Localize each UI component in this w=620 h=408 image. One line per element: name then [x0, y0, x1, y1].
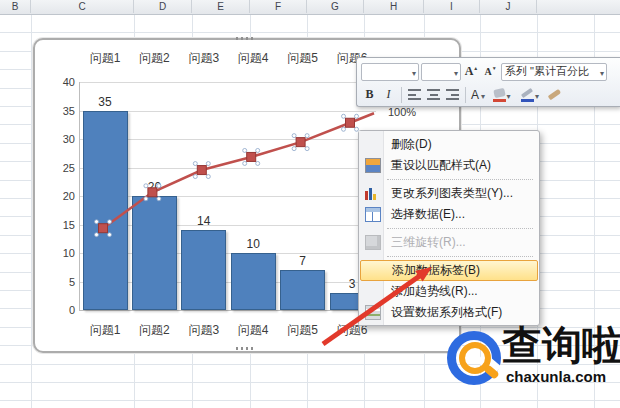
outline-color-swatch: [521, 99, 534, 102]
y-axis-tick-label: 35: [45, 105, 75, 117]
y-axis-line: [79, 82, 80, 310]
fill-color-button[interactable]: [490, 86, 516, 104]
menu-item-添加数据标签B[interactable]: 添加数据标签(B): [360, 260, 538, 281]
bar-问题5[interactable]: [280, 270, 325, 310]
shrink-font-button[interactable]: A: [482, 63, 499, 81]
y-axis-tick-label: 25: [45, 162, 75, 174]
x-axis-line: [79, 310, 376, 311]
grow-font-glyph: A: [465, 64, 474, 79]
secondary-axis-label: 100%: [388, 106, 416, 118]
y-axis-tick-label: 30: [45, 133, 75, 145]
menu-item-设置数据系列格式F[interactable]: 设置数据系列格式(F): [360, 302, 538, 323]
bottom-category-label: 问题2: [130, 322, 179, 339]
bar-data-label: 20: [130, 180, 179, 194]
font-color-icon: A: [471, 88, 479, 102]
align-right-icon: [446, 89, 459, 100]
shrink-font-glyph: A: [484, 66, 491, 77]
reset-style-icon: [365, 158, 381, 173]
rotation-3d-icon: [365, 235, 381, 250]
column-header-F[interactable]: F: [250, 0, 307, 13]
y-axis-tick-label: 20: [45, 190, 75, 202]
bottom-category-label: 问题5: [278, 322, 327, 339]
bar-data-label: 7: [278, 254, 327, 268]
change-chart-type-icon: [365, 187, 379, 200]
menu-item-三维旋转R[interactable]: 三维旋转(R)...: [360, 232, 538, 253]
top-category-label: 问题2: [130, 50, 179, 67]
column-header-I[interactable]: I: [424, 0, 480, 13]
align-left-icon: [408, 89, 421, 100]
menu-item-选择数据E[interactable]: 选择数据(E)...: [360, 204, 538, 225]
column-header-H[interactable]: H: [364, 0, 424, 13]
context-menu: 删除(D)重设以匹配样式(A)更改系列图表类型(Y)...选择数据(E)...三…: [358, 130, 540, 326]
bold-glyph: B: [365, 87, 373, 102]
bar-问题2[interactable]: [132, 196, 177, 310]
outline-color-button[interactable]: [518, 86, 544, 104]
pen-icon: [521, 87, 533, 97]
menu-item-更改系列图表类型Y[interactable]: 更改系列图表类型(Y)...: [360, 183, 538, 204]
top-category-label: 问题1: [81, 50, 130, 67]
font-name-dropdown[interactable]: [361, 63, 419, 81]
top-category-label: 问题4: [229, 50, 278, 67]
font-size-dropdown[interactable]: [421, 63, 461, 81]
arrow-down-icon: [492, 65, 497, 79]
bar-问题4[interactable]: [231, 253, 276, 310]
format-painter-button[interactable]: [546, 86, 563, 104]
y-axis-tick-label: 40: [45, 76, 75, 88]
chart-resize-handle-bottom[interactable]: [236, 347, 253, 350]
align-left-button[interactable]: [406, 86, 423, 104]
menu-separator: [387, 228, 533, 229]
arrow-up-icon: [473, 65, 478, 79]
grow-font-button[interactable]: A: [463, 63, 480, 81]
align-center-button[interactable]: [425, 86, 442, 104]
italic-glyph: I: [387, 87, 391, 102]
grid-vline: [31, 15, 32, 408]
menu-item-label: 添加数据标签(B): [361, 262, 480, 279]
column-header-J[interactable]: J: [480, 0, 537, 13]
chart-element-dropdown[interactable]: 系列 "累计百分比: [501, 63, 607, 81]
paint-bucket-icon: [493, 88, 505, 98]
menu-separator: [387, 256, 533, 257]
brush-icon: [548, 89, 562, 101]
column-header-bar: BCDEFGHIJ: [0, 0, 620, 15]
italic-button[interactable]: I: [380, 86, 397, 104]
bold-button[interactable]: B: [361, 86, 378, 104]
menu-item-label: 更改系列图表类型(Y)...: [360, 185, 513, 202]
column-header-C[interactable]: C: [31, 0, 134, 13]
chart-gridline: [79, 82, 376, 83]
y-axis-tick-label: 15: [45, 219, 75, 231]
format-series-icon: [365, 305, 381, 320]
bar-问题3[interactable]: [181, 230, 226, 310]
bottom-category-label: 问题3: [179, 322, 228, 339]
menu-item-重设以匹配样式A[interactable]: 重设以匹配样式(A): [360, 155, 538, 176]
y-axis-tick-label: 0: [45, 304, 75, 316]
chart-resize-handle-top[interactable]: [236, 37, 253, 40]
column-header-D[interactable]: D: [134, 0, 192, 13]
menu-item-label: 删除(D): [360, 136, 432, 153]
align-right-button[interactable]: [444, 86, 461, 104]
bar-问题1[interactable]: [83, 111, 128, 311]
font-color-button[interactable]: A: [470, 86, 488, 104]
mini-toolbar: A A 系列 "累计百分比 B I A: [356, 57, 620, 107]
toolbar-separator: [401, 87, 402, 103]
chevron-down-icon: [479, 88, 487, 102]
bottom-category-label: 问题4: [229, 322, 278, 339]
column-header-E[interactable]: E: [192, 0, 250, 13]
chart-element-value: 系列 "累计百分比: [505, 64, 589, 79]
menu-item-删除D[interactable]: 删除(D): [360, 134, 538, 155]
bar-data-label: 10: [229, 237, 278, 251]
chevron-down-icon: [452, 66, 460, 78]
align-center-icon: [427, 89, 440, 100]
column-header-G[interactable]: G: [307, 0, 364, 13]
bar-data-label: 35: [81, 95, 130, 109]
bar-data-label: 14: [179, 214, 228, 228]
fill-color-swatch: [493, 99, 506, 102]
y-axis-tick-label: 5: [45, 276, 75, 288]
column-header-B[interactable]: B: [0, 0, 31, 13]
menu-separator: [387, 179, 533, 180]
y-axis-tick-label: 10: [45, 247, 75, 259]
chevron-down-icon: [410, 66, 418, 78]
menu-item-添加趋势线R[interactable]: 添加趋势线(R)...: [360, 281, 538, 302]
chevron-down-icon: [533, 88, 541, 102]
chevron-down-icon: [598, 66, 606, 78]
menu-item-label: 添加趋势线(R)...: [360, 283, 478, 300]
